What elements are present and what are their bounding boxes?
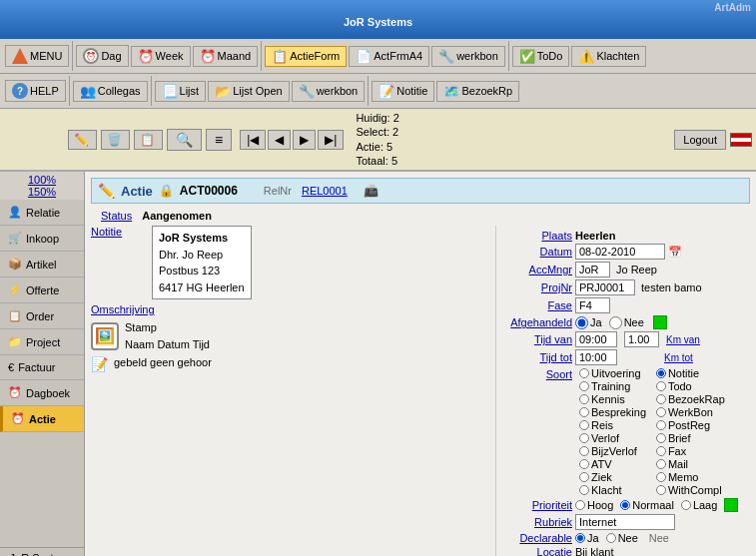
datum-input[interactable]: [575, 244, 665, 260]
datum-label[interactable]: Datum: [502, 246, 572, 258]
nav-next-button[interactable]: ▶: [293, 130, 316, 150]
accmngr-input[interactable]: [575, 262, 610, 278]
factuur-icon: €: [8, 361, 14, 373]
klachten-button[interactable]: ⚠️ Klachten: [571, 46, 646, 67]
search-button[interactable]: 🔍: [167, 129, 202, 151]
afgehandeld-ja-label[interactable]: Ja: [575, 316, 602, 329]
omschrijving-label[interactable]: Omschrijving: [91, 303, 155, 315]
zoom1-label[interactable]: 100%: [28, 174, 56, 186]
soort-klacht[interactable]: Klacht: [579, 484, 648, 496]
actfrma4-button[interactable]: 📄 ActFrmA4: [349, 46, 429, 67]
tijd-van-label[interactable]: Tijd van: [502, 333, 572, 345]
soort-bezoekrap[interactable]: BezoekRap: [656, 393, 725, 405]
soort-postreg[interactable]: PostReg: [656, 419, 725, 431]
projnr-input[interactable]: [575, 279, 635, 295]
km-van-input[interactable]: [624, 331, 659, 347]
sidebar-item-factuur[interactable]: € Factuur: [0, 355, 84, 380]
sidebar-item-inkoop[interactable]: 🛒 Inkoop: [0, 226, 84, 252]
km-van-link[interactable]: Km van: [666, 334, 700, 345]
collegas-button[interactable]: 👥 Collegas: [73, 81, 148, 102]
notitie-button[interactable]: 📝 Notitie: [372, 81, 434, 102]
soort-reis[interactable]: Reis: [579, 419, 648, 431]
lijst-button[interactable]: 📃 Lijst: [155, 81, 207, 102]
soort-fax[interactable]: Fax: [656, 445, 725, 457]
prioriteit-label[interactable]: Prioriteit: [502, 499, 572, 511]
locatie-label[interactable]: Locatie: [502, 546, 572, 556]
prio-normaal-label[interactable]: Normaal: [620, 499, 674, 511]
soort-kennis[interactable]: Kennis: [579, 393, 648, 405]
prio-hoog-label[interactable]: Hoog: [575, 499, 613, 511]
todo-button[interactable]: ✅ ToDo: [512, 46, 570, 67]
nav-last-button[interactable]: ▶|: [318, 130, 344, 150]
sidebar-item-order[interactable]: 📋 Order: [0, 303, 84, 329]
soort-verlof[interactable]: Verlof: [579, 432, 648, 444]
order-label: Order: [26, 310, 54, 322]
rubriek-label[interactable]: Rubriek: [502, 516, 572, 528]
calendar-icon[interactable]: 📅: [668, 246, 682, 259]
prio-laag-label[interactable]: Laag: [681, 499, 717, 511]
fase-input[interactable]: [575, 297, 610, 313]
zoom2-label[interactable]: 150%: [28, 186, 56, 198]
notitie-label[interactable]: Notitie: [91, 226, 146, 238]
lijst-icon: 📃: [162, 84, 178, 99]
sidebar-item-offerte[interactable]: ⚡ Offerte: [0, 278, 84, 303]
plaats-label[interactable]: Plaats: [502, 230, 572, 242]
soort-memo[interactable]: Memo: [656, 471, 725, 483]
werkbon1-button[interactable]: 🔧 werkbon: [431, 46, 505, 67]
logout-button[interactable]: Logout: [674, 130, 726, 150]
projnr-label[interactable]: ProjNr: [502, 281, 572, 293]
soort-bijzverlof[interactable]: BijzVerlof: [579, 445, 648, 457]
afgehandeld-nee-label[interactable]: Nee: [609, 316, 644, 329]
nieuwe-actie-button[interactable]: ✏️: [68, 130, 97, 150]
soort-werkbon[interactable]: WerkBon: [656, 406, 725, 418]
soort-label[interactable]: Soort: [502, 367, 572, 380]
sidebar-item-dagboek[interactable]: ⏰ Dagboek: [0, 380, 84, 406]
declarable-nee-label[interactable]: Nee: [606, 532, 638, 544]
soort-brief[interactable]: Brief: [656, 432, 725, 444]
dupliceer-actie-button[interactable]: 📋: [134, 130, 163, 150]
werkbon2-button[interactable]: 🔧 werkbon: [292, 81, 366, 102]
filter-button[interactable]: ≡: [206, 129, 232, 151]
week-button[interactable]: ⏰ Week: [131, 46, 191, 67]
soort-training[interactable]: Training: [579, 380, 648, 392]
soort-ziek[interactable]: Ziek: [579, 471, 648, 483]
soort-withcompl[interactable]: WithCompl: [656, 484, 725, 496]
soort-mail[interactable]: Mail: [656, 458, 725, 470]
nav-first-button[interactable]: |◀: [240, 130, 266, 150]
help-button[interactable]: ? HELP: [5, 80, 66, 102]
offerte-label: Offerte: [26, 284, 59, 296]
lijst-open-button[interactable]: 📂 Lijst Open: [208, 81, 290, 102]
afgehandeld-nee-radio[interactable]: [609, 316, 622, 329]
relnr-value[interactable]: REL0001: [302, 185, 348, 197]
declarable-ja-label[interactable]: Ja: [575, 532, 599, 544]
declarable-label[interactable]: Declarable: [502, 532, 572, 544]
soort-notitie[interactable]: Notitie: [656, 367, 725, 379]
tijd-tot-label[interactable]: Tijd tot: [502, 351, 572, 363]
werkbon-icon2: 🔧: [299, 84, 315, 99]
afgehandeld-ja-radio[interactable]: [575, 316, 588, 329]
sidebar-item-artikel[interactable]: 📦 Artikel: [0, 252, 84, 278]
sidebar-item-actie[interactable]: ⏰ Actie: [0, 406, 84, 432]
accmngr-label[interactable]: AccMngr: [502, 264, 572, 276]
dag-button[interactable]: ⏰ Dag: [76, 45, 128, 67]
nav-prev-button[interactable]: ◀: [268, 130, 291, 150]
maand-button[interactable]: ⏰ Maand: [193, 46, 259, 67]
actieform-button[interactable]: 📋 ActieForm: [265, 46, 347, 67]
afgehandeld-status-box: [653, 315, 667, 329]
soort-todo[interactable]: Todo: [656, 380, 725, 392]
menu-button[interactable]: MENU: [5, 45, 69, 67]
tijd-tot-input[interactable]: [575, 349, 617, 365]
km-tot-link[interactable]: Km tot: [664, 352, 693, 363]
soort-atv[interactable]: ATV: [579, 458, 648, 470]
afgehandeld-label[interactable]: Afgehandeld: [502, 316, 572, 328]
soort-bespreking[interactable]: Bespreking: [579, 406, 648, 418]
bezoekrp-button[interactable]: 🗺️ BezoekRp: [436, 81, 519, 102]
fase-label[interactable]: Fase: [502, 299, 572, 311]
rubriek-input[interactable]: [575, 514, 675, 530]
sidebar-item-relatie[interactable]: 👤 Relatie: [0, 200, 84, 226]
soort-uitvoering[interactable]: Uitvoering: [579, 367, 648, 379]
verwijder-actie-button[interactable]: 🗑️: [101, 130, 130, 150]
sidebar-item-project[interactable]: 📁 Project: [0, 329, 84, 355]
company-name: JoR Systems: [159, 230, 245, 247]
tijd-van-input[interactable]: [575, 331, 617, 347]
